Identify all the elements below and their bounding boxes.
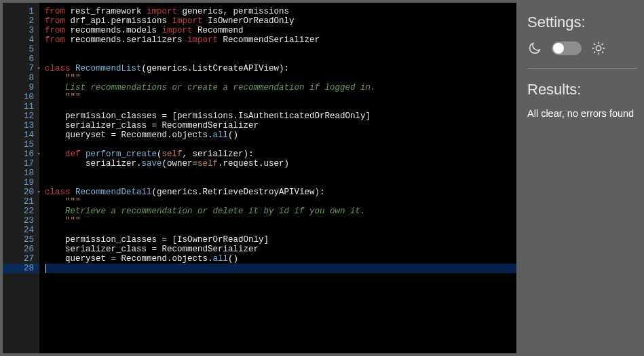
line-number: 14 [3, 130, 39, 140]
code-line[interactable]: permission_classes = [permissions.IsAuth… [45, 111, 516, 121]
line-number: 28 [3, 264, 39, 273]
code-line[interactable]: """ [45, 92, 516, 102]
code-line[interactable]: from drf_api.permissions import IsOwnerO… [45, 16, 516, 26]
code-line[interactable]: def perform_create(self, serializer): [45, 149, 516, 159]
code-line[interactable]: serializer.save(owner=self.request.user) [45, 159, 516, 168]
sun-icon [591, 41, 606, 56]
line-number: 23 [3, 216, 39, 226]
text-cursor [45, 264, 46, 273]
code-line[interactable] [45, 264, 516, 273]
line-number: 18 [3, 168, 39, 178]
line-number: 11 [3, 102, 39, 111]
code-line[interactable] [45, 45, 516, 54]
line-number: 10 [3, 92, 39, 102]
svg-line-6 [602, 52, 603, 53]
theme-toggle-row [527, 41, 637, 69]
side-panel: Settings: Results: All clear, no errors … [516, 0, 644, 356]
settings-heading: Settings: [527, 14, 637, 31]
code-line[interactable] [45, 54, 516, 64]
line-number: 24 [3, 226, 39, 235]
line-number: 27 [3, 254, 39, 264]
code-line[interactable]: serializer_class = RecommendSerializer [45, 245, 516, 254]
code-line[interactable]: from recommends.models import Recommend [45, 26, 516, 35]
line-number: 8 [3, 73, 39, 83]
svg-point-0 [596, 46, 601, 50]
code-content[interactable]: from rest_framework import generics, per… [39, 3, 516, 353]
line-number: 21 [3, 197, 39, 207]
code-editor[interactable]: 1234567891011121314151617181920212223242… [3, 3, 516, 353]
line-number: 22 [3, 207, 39, 216]
code-line[interactable]: permission_classes = [IsOwnerOrReadOnly] [45, 235, 516, 245]
code-line[interactable] [45, 226, 516, 235]
code-line[interactable]: """ [45, 197, 516, 207]
code-line[interactable] [45, 102, 516, 111]
code-line[interactable]: from recommends.serializers import Recom… [45, 35, 516, 45]
code-line[interactable]: """ [45, 216, 516, 226]
code-line[interactable]: queryset = Recommend.objects.all() [45, 130, 516, 140]
code-line[interactable]: List recommendations or create a recomme… [45, 83, 516, 92]
line-number: 7 [3, 64, 39, 73]
line-number: 17 [3, 159, 39, 168]
line-number-gutter: 1234567891011121314151617181920212223242… [3, 3, 39, 353]
code-line[interactable] [45, 168, 516, 178]
code-line[interactable] [45, 140, 516, 149]
results-message: All clear, no errors found [527, 108, 637, 119]
results-heading: Results: [527, 81, 637, 99]
line-number: 6 [3, 54, 39, 64]
line-number: 1 [3, 7, 39, 16]
line-number: 12 [3, 111, 39, 121]
theme-toggle[interactable] [552, 41, 582, 55]
line-number: 16 [3, 149, 39, 159]
svg-line-7 [594, 52, 595, 53]
code-line[interactable]: class RecommendList(generics.ListCreateA… [45, 64, 516, 73]
svg-line-8 [602, 43, 603, 45]
code-line[interactable]: class RecommendDetail(generics.RetrieveD… [45, 188, 516, 197]
code-line[interactable]: from rest_framework import generics, per… [45, 7, 516, 16]
code-line[interactable]: """ [45, 73, 516, 83]
code-line[interactable] [45, 178, 516, 188]
moon-icon [527, 41, 542, 56]
line-number: 20 [3, 188, 39, 197]
line-number: 25 [3, 235, 39, 245]
line-number: 13 [3, 121, 39, 130]
line-number: 2 [3, 16, 39, 26]
line-number: 26 [3, 245, 39, 254]
line-number: 3 [3, 26, 39, 35]
code-line[interactable]: Retrieve a recommendation or delete it b… [45, 207, 516, 216]
code-line[interactable]: queryset = Recommend.objects.all() [45, 254, 516, 264]
line-number: 19 [3, 178, 39, 188]
code-line[interactable]: serializer_class = RecommendSerializer [45, 121, 516, 130]
line-number: 4 [3, 35, 39, 45]
line-number: 9 [3, 83, 39, 92]
svg-line-5 [594, 43, 595, 45]
line-number: 5 [3, 45, 39, 54]
line-number: 15 [3, 140, 39, 149]
